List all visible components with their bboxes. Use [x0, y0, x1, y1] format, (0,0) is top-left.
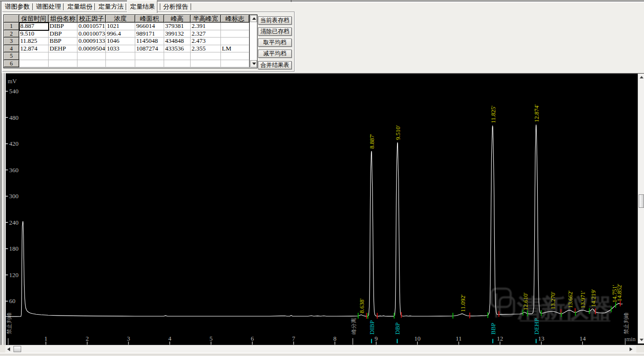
table-cell[interactable]: LM [221, 45, 249, 53]
table-cell[interactable]: DEHP [49, 45, 77, 53]
scroll-right-icon[interactable] [630, 347, 632, 351]
table-cell[interactable]: 1145048 [135, 38, 164, 45]
vertical-scrollbar[interactable] [638, 74, 644, 343]
table-cell[interactable] [106, 52, 135, 60]
table-cell[interactable] [49, 52, 77, 60]
column-header-峰高[interactable]: 峰高 [164, 15, 191, 23]
table-cell[interactable]: 434848 [164, 38, 191, 45]
table-cell[interactable]: 1021 [106, 23, 135, 30]
scroll-down-icon[interactable] [640, 339, 644, 341]
table-cell[interactable] [49, 60, 77, 68]
x-tick-label: 5 [209, 335, 213, 342]
table-cell[interactable]: 966014 [135, 23, 164, 30]
table-cell[interactable]: 8.887 [19, 23, 49, 30]
y-axis-unit: mV [8, 78, 17, 85]
table-scrollbar[interactable] [249, 15, 257, 67]
table-cell[interactable]: 1046 [106, 38, 135, 45]
button-取平均档[interactable]: 取平均档 [258, 38, 292, 47]
peak-retention-label: 12.610' [522, 292, 529, 310]
table-cell[interactable]: 11.825 [19, 38, 49, 45]
table-cell[interactable] [221, 38, 249, 45]
table-cell[interactable]: 379381 [164, 23, 191, 30]
tab-分析报告[interactable]: 分析报告 [163, 2, 188, 11]
tab-定量方法[interactable]: 定量方法 [99, 2, 124, 11]
column-header-半高峰宽[interactable]: 半高峰宽 [191, 15, 221, 23]
button-合并结果表[interactable]: 合并结果表 [258, 61, 292, 69]
table-cell[interactable]: 996.4 [106, 30, 135, 38]
tab-谱图参数[interactable]: 谱图参数 [5, 2, 30, 11]
table-cell[interactable]: DBP [49, 30, 77, 38]
table-cell[interactable]: 2.327 [191, 30, 221, 38]
table-cell[interactable] [19, 52, 49, 60]
peak-retention-label: 11.092' [460, 294, 466, 312]
button-减平均档[interactable]: 减平均档 [258, 50, 292, 58]
scroll-left-icon[interactable] [7, 347, 10, 351]
table-cell[interactable]: 0.00105715 [77, 23, 106, 30]
table-cell[interactable] [221, 23, 249, 30]
table-cell[interactable]: BBP [49, 38, 77, 45]
table-cell[interactable] [191, 52, 221, 60]
chromatogram-chart: 清新仪器mV6012018024030036042048054012345678… [0, 73, 644, 345]
table-cell[interactable] [77, 60, 106, 68]
x-tick-label: 6 [251, 335, 254, 342]
row-header-1[interactable]: 1 [4, 23, 19, 30]
button-清除已存档[interactable]: 清除已存档 [258, 27, 292, 36]
table-cell[interactable] [135, 52, 164, 60]
down-arrow-icon [252, 63, 256, 65]
table-cell[interactable] [221, 60, 249, 68]
vertical-scroll-thumb[interactable] [639, 194, 644, 208]
table-scroll-up-button[interactable] [250, 15, 257, 22]
column-header-浓度[interactable]: 浓度 [106, 15, 135, 23]
table-cell[interactable] [191, 60, 221, 68]
tab-谱图处理[interactable]: 谱图处理 [36, 2, 61, 11]
column-header-峰标志[interactable]: 峰标志 [221, 15, 249, 23]
table-cell[interactable]: 2.391 [191, 23, 221, 30]
row-header-4[interactable]: 4 [4, 45, 19, 53]
table-cell[interactable] [135, 60, 164, 68]
horizontal-scroll-thumb[interactable] [13, 346, 21, 352]
table-cell[interactable] [164, 60, 191, 68]
table-cell[interactable] [106, 60, 135, 68]
gutter-dark-line [0, 73, 1, 345]
table-scroll-down-button[interactable] [250, 60, 257, 67]
column-header-保留时间[interactable]: 保留时间 [19, 15, 49, 23]
gutter-fill [1, 73, 3, 345]
component-name: DEHP [533, 318, 540, 335]
y-tick-label: 540 [9, 88, 19, 95]
row-header-3[interactable]: 3 [4, 38, 19, 45]
peak-retention-label: 12.874' [533, 104, 540, 122]
table-cell[interactable] [164, 52, 191, 60]
column-header-峰面积[interactable]: 峰面积 [135, 15, 164, 23]
event-label: 禁止判峰 [6, 312, 12, 335]
table-cell[interactable]: DIBP [49, 23, 77, 30]
row-header-6[interactable]: 6 [4, 60, 19, 68]
table-cell[interactable] [77, 52, 106, 60]
table-cell[interactable]: 0.00091338 [77, 38, 106, 45]
table-cell[interactable]: 2.473 [191, 38, 221, 45]
table-cell[interactable]: 1087274 [135, 45, 164, 53]
tab-定量组份[interactable]: 定量组份 [67, 2, 92, 11]
table-cell[interactable]: 989171 [135, 30, 164, 38]
table-cell[interactable] [221, 30, 249, 38]
table-cell[interactable]: 9.510 [19, 30, 49, 38]
row-header-5[interactable]: 5 [4, 52, 19, 60]
table-cell[interactable]: 399132 [164, 30, 191, 38]
table-cell[interactable]: 0.00095049 [77, 45, 106, 53]
column-header-组份名称[interactable]: 组份名称 [49, 15, 77, 23]
horizontal-scrollbar[interactable] [5, 345, 636, 353]
peak-retention-label: 13.971' [580, 291, 586, 308]
table-cell[interactable] [19, 60, 49, 68]
scroll-up-icon[interactable] [640, 76, 644, 78]
table-cell[interactable]: 433536 [164, 45, 191, 53]
table-cell[interactable]: 12.874 [19, 45, 49, 53]
bottom-band-highlight [0, 353, 644, 353]
column-header-校正因子[interactable]: 校正因子 [77, 15, 106, 23]
table-cell[interactable] [221, 52, 249, 60]
tab-定量结果-active[interactable]: 定量结果 [127, 0, 157, 13]
button-当前表存档[interactable]: 当前表存档 [258, 16, 292, 25]
row-header-2[interactable]: 2 [4, 30, 19, 38]
table-cell[interactable]: 2.355 [191, 45, 221, 53]
table-cell[interactable]: 1033 [106, 45, 135, 53]
table-cell[interactable]: 0.00100734 [77, 30, 106, 38]
peak-retention-label: 13.270' [550, 292, 556, 309]
